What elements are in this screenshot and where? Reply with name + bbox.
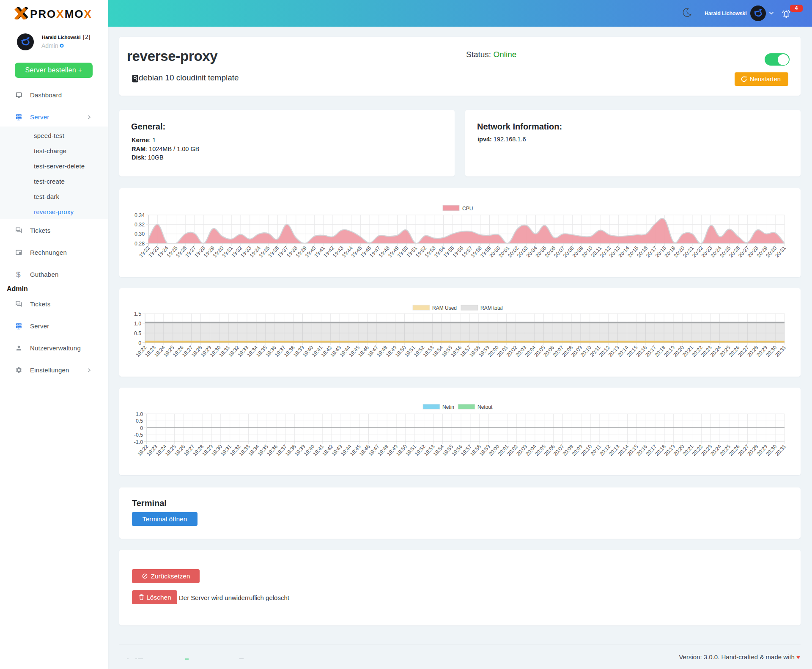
svg-text:20:31: 20:31 bbox=[774, 344, 787, 358]
svg-text:20:31: 20:31 bbox=[774, 443, 787, 457]
svg-text:20:10: 20:10 bbox=[581, 245, 594, 259]
svg-text:RAM total: RAM total bbox=[480, 305, 503, 311]
svg-text:0.34: 0.34 bbox=[134, 212, 145, 218]
svg-text:0.30: 0.30 bbox=[134, 231, 145, 237]
svg-text:Netin: Netin bbox=[442, 404, 454, 410]
svg-text:20:10: 20:10 bbox=[579, 344, 593, 358]
svg-text:-1.0: -1.0 bbox=[134, 439, 143, 445]
svg-text:0: 0 bbox=[138, 340, 141, 346]
svg-text:0.5: 0.5 bbox=[136, 418, 143, 424]
svg-text:0: 0 bbox=[140, 425, 143, 431]
svg-text:CPU: CPU bbox=[462, 206, 473, 212]
svg-text:RAM Used: RAM Used bbox=[432, 305, 457, 311]
svg-text:0.28: 0.28 bbox=[134, 241, 145, 247]
svg-text:1.0: 1.0 bbox=[136, 411, 143, 417]
svg-text:1.5: 1.5 bbox=[134, 311, 141, 317]
svg-text:-0.5: -0.5 bbox=[134, 432, 143, 438]
svg-text:1.0: 1.0 bbox=[134, 321, 141, 327]
svg-text:Netout: Netout bbox=[477, 404, 493, 410]
svg-text:0.5: 0.5 bbox=[134, 330, 141, 336]
svg-text:0.32: 0.32 bbox=[134, 222, 145, 228]
svg-text:20:10: 20:10 bbox=[580, 443, 593, 457]
svg-text:20:31: 20:31 bbox=[774, 245, 787, 259]
